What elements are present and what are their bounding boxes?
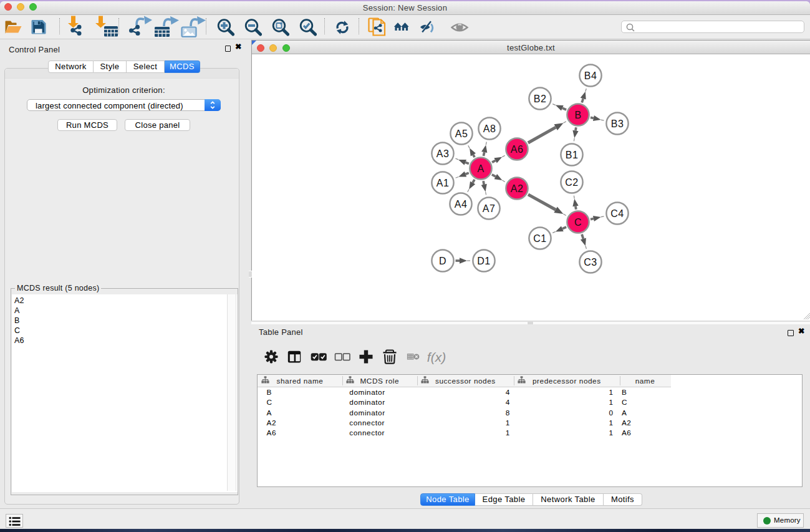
- svg-text:C1: C1: [533, 233, 546, 244]
- svg-text:B3: B3: [611, 118, 624, 129]
- svg-text:A6: A6: [511, 144, 524, 155]
- svg-text:C3: C3: [584, 257, 597, 268]
- svg-text:A2: A2: [511, 183, 524, 194]
- svg-text:A7: A7: [483, 203, 496, 214]
- svg-text:A8: A8: [483, 123, 496, 134]
- svg-text:B2: B2: [534, 94, 547, 104]
- svg-text:A5: A5: [455, 128, 468, 139]
- svg-text:C2: C2: [565, 177, 578, 188]
- svg-text:D1: D1: [477, 256, 490, 266]
- svg-text:C4: C4: [610, 208, 624, 219]
- svg-text:B: B: [574, 110, 581, 120]
- svg-text:B1: B1: [566, 150, 579, 160]
- svg-text:B4: B4: [584, 70, 597, 81]
- svg-text:D: D: [439, 256, 446, 266]
- svg-text:A1: A1: [436, 178, 450, 188]
- svg-text:A4: A4: [455, 199, 468, 210]
- svg-text:f(x): f(x): [427, 350, 446, 364]
- svg-text:A: A: [477, 163, 484, 174]
- svg-text:C: C: [574, 217, 582, 228]
- svg-text:A3: A3: [436, 148, 450, 159]
